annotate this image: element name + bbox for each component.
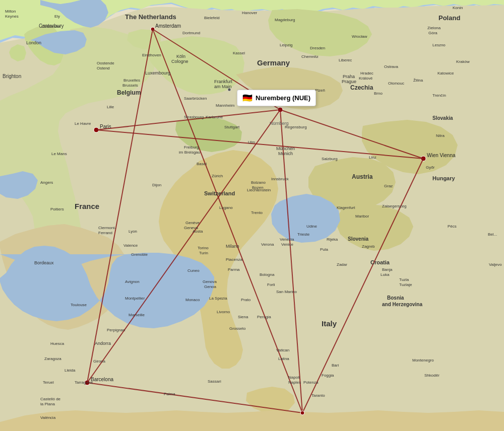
svg-text:Barcelona: Barcelona — [91, 377, 113, 382]
svg-text:Potenza: Potenza — [303, 380, 319, 385]
svg-text:Vatican: Vatican — [276, 348, 289, 352]
map-container: Amsterdam Paris Barcelona Wien Vienna — [0, 0, 504, 431]
svg-text:Zagreb: Zagreb — [362, 244, 375, 249]
svg-text:Shkodër: Shkodër — [424, 373, 439, 378]
svg-text:Leszno: Leszno — [432, 43, 446, 47]
svg-text:Perpignan: Perpignan — [107, 328, 125, 332]
svg-text:la Plana: la Plana — [40, 402, 55, 406]
svg-text:Austria: Austria — [352, 173, 373, 180]
svg-text:Leipzig: Leipzig — [280, 43, 292, 47]
svg-text:Foggia: Foggia — [322, 373, 334, 378]
svg-text:Eindhoven: Eindhoven — [142, 53, 161, 57]
svg-text:Piacenza: Piacenza — [226, 257, 242, 262]
svg-text:Pécs: Pécs — [448, 224, 457, 229]
svg-text:Bari: Bari — [332, 363, 339, 368]
svg-text:Bologna: Bologna — [260, 272, 275, 277]
svg-text:München: München — [276, 146, 295, 151]
svg-text:Croatia: Croatia — [370, 259, 390, 265]
svg-text:Genova: Genova — [203, 279, 217, 284]
svg-text:Góra: Góra — [428, 31, 437, 35]
svg-text:Angers: Angers — [40, 180, 53, 185]
svg-text:Rijeka: Rijeka — [327, 237, 338, 242]
svg-text:Grenoble: Grenoble — [131, 252, 148, 257]
svg-text:Montenegro: Montenegro — [412, 358, 434, 363]
svg-text:The Netherlands: The Netherlands — [125, 13, 176, 21]
svg-text:Zielona: Zielona — [427, 26, 441, 30]
svg-text:Lyon: Lyon — [129, 229, 137, 234]
svg-text:Lille: Lille — [107, 105, 114, 109]
svg-text:Köln: Köln — [176, 54, 185, 59]
svg-text:Prato: Prato — [241, 298, 251, 302]
svg-text:Milton: Milton — [5, 9, 16, 14]
svg-text:Taranto: Taranto — [311, 393, 325, 398]
svg-text:Slovakia: Slovakia — [432, 115, 453, 121]
svg-text:Linz: Linz — [369, 155, 376, 160]
svg-text:Torino: Torino — [198, 246, 209, 250]
svg-text:Bordeaux: Bordeaux — [34, 260, 54, 265]
svg-text:Žilina: Žilina — [413, 78, 423, 83]
svg-text:Bel...: Bel... — [488, 232, 497, 237]
svg-text:Milano: Milano — [226, 244, 239, 249]
map-svg: Amsterdam Paris Barcelona Wien Vienna — [0, 0, 504, 431]
svg-text:Plzeň: Plzeň — [315, 88, 325, 93]
svg-text:im Breisgau: im Breisgau — [179, 150, 200, 155]
svg-text:Belgium: Belgium — [117, 89, 141, 96]
svg-text:Tuzlaje: Tuzlaje — [399, 282, 412, 287]
svg-text:Kraków: Kraków — [456, 59, 470, 64]
svg-text:Livorno: Livorno — [217, 310, 230, 314]
svg-text:Graz: Graz — [384, 184, 393, 188]
svg-text:Grosseto: Grosseto — [229, 326, 246, 331]
svg-text:Napoli: Napoli — [288, 375, 300, 380]
svg-text:Brussels: Brussels — [122, 83, 138, 88]
svg-text:Bruxelles: Bruxelles — [123, 78, 140, 83]
svg-text:Stuttgart: Stuttgart — [224, 125, 240, 129]
svg-text:Brno: Brno — [374, 91, 383, 96]
svg-text:Naples: Naples — [288, 380, 301, 385]
svg-text:Marseille: Marseille — [129, 313, 145, 317]
svg-text:Hungary: Hungary — [432, 175, 456, 181]
svg-point-45 — [228, 88, 231, 91]
svg-text:Bolzano: Bolzano — [251, 180, 266, 185]
svg-text:Germany: Germany — [257, 58, 290, 67]
svg-text:València: València — [40, 415, 56, 420]
svg-text:France: France — [75, 202, 99, 210]
svg-text:Maribor: Maribor — [355, 214, 369, 219]
svg-text:Klagenfurt: Klagenfurt — [337, 205, 355, 210]
svg-text:Verona: Verona — [261, 242, 274, 247]
svg-text:Colchester: Colchester — [41, 24, 61, 29]
svg-text:Chemnitz: Chemnitz — [301, 54, 319, 59]
svg-text:Katowice: Katowice — [437, 71, 454, 76]
svg-text:Sassari: Sassari — [208, 379, 221, 384]
svg-text:Girona: Girona — [93, 359, 106, 364]
svg-text:Avignon: Avignon — [125, 279, 140, 284]
svg-text:Tarragona: Tarragona — [75, 380, 93, 385]
svg-text:Italy: Italy — [322, 319, 337, 328]
svg-text:London: London — [26, 40, 41, 45]
svg-text:Poitiers: Poitiers — [50, 207, 64, 211]
svg-text:Zalaegerszeg: Zalaegerszeg — [382, 204, 406, 208]
svg-text:Castelló de: Castelló de — [40, 397, 61, 401]
svg-text:Karlsruhe: Karlsruhe — [206, 115, 223, 119]
svg-text:Zaragoza: Zaragoza — [44, 356, 61, 361]
svg-text:Brighton: Brighton — [3, 74, 21, 79]
svg-text:Cologne: Cologne — [171, 59, 188, 64]
svg-text:Banja: Banja — [382, 267, 393, 272]
svg-text:La Spezia: La Spezia — [209, 296, 227, 301]
svg-text:Bosnia: Bosnia — [387, 295, 404, 301]
svg-text:Freiburg: Freiburg — [184, 145, 199, 150]
svg-text:Ulm: Ulm — [248, 140, 256, 145]
svg-text:Trenčín: Trenčín — [432, 93, 446, 98]
svg-text:Zadar: Zadar — [337, 262, 347, 267]
svg-text:Trento: Trento — [251, 210, 263, 215]
svg-text:Mannheim: Mannheim — [216, 103, 235, 108]
svg-text:Nitra: Nitra — [436, 133, 445, 138]
svg-text:Ostend: Ostend — [97, 66, 110, 70]
svg-text:Genève: Genève — [185, 221, 200, 225]
svg-text:Ferrand: Ferrand — [98, 231, 112, 235]
svg-text:Huesca: Huesca — [50, 341, 65, 346]
svg-text:Saarbrücken: Saarbrücken — [184, 96, 207, 101]
svg-text:Strasbourg: Strasbourg — [184, 115, 204, 119]
svg-text:Venezia: Venezia — [280, 237, 294, 242]
svg-text:Teruel: Teruel — [43, 380, 54, 385]
svg-text:Forli: Forli — [267, 282, 275, 287]
